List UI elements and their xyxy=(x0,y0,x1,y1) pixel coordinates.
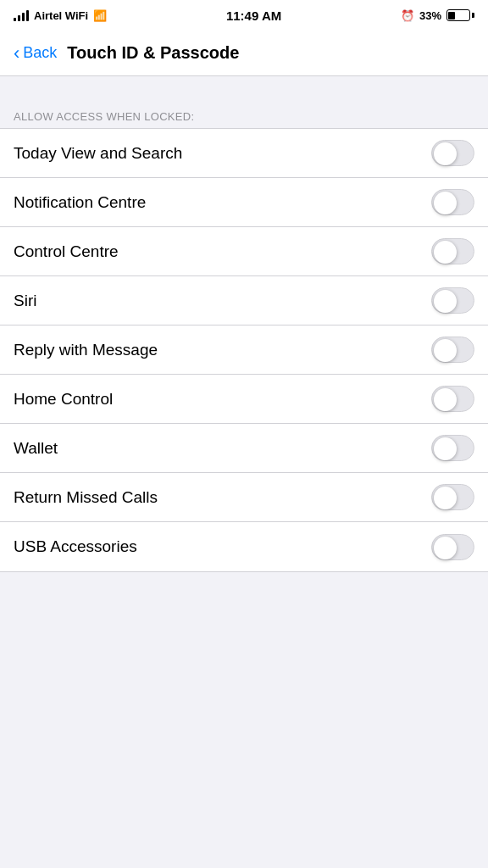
settings-list: Today View and SearchNotification Centre… xyxy=(0,128,488,572)
label-return-missed-calls: Return Missed Calls xyxy=(14,488,158,507)
page-title: Touch ID & Passcode xyxy=(67,43,239,63)
settings-row-return-missed-calls: Return Missed Calls xyxy=(0,473,488,522)
back-button[interactable]: ‹ Back xyxy=(14,44,57,63)
label-control-centre: Control Centre xyxy=(14,242,119,261)
toggle-return-missed-calls[interactable] xyxy=(431,484,474,510)
back-chevron-icon: ‹ xyxy=(14,44,19,63)
label-wallet: Wallet xyxy=(14,439,58,458)
wifi-icon: 📶 xyxy=(93,9,107,22)
signal-icon xyxy=(14,9,29,21)
toggle-home-control[interactable] xyxy=(431,386,474,412)
settings-row-reply-with-message: Reply with Message xyxy=(0,326,488,375)
toggle-today-view[interactable] xyxy=(431,140,474,166)
toggle-knob-notification-centre xyxy=(434,192,457,214)
toggle-knob-reply-with-message xyxy=(434,339,457,362)
settings-row-control-centre: Control Centre xyxy=(0,227,488,276)
toggle-knob-home-control xyxy=(434,388,457,411)
label-siri: Siri xyxy=(14,292,36,310)
label-home-control: Home Control xyxy=(14,390,113,409)
toggle-knob-today-view xyxy=(434,142,457,165)
settings-row-usb-accessories: USB Accessories xyxy=(0,522,488,571)
status-right: ⏰ 33% xyxy=(401,9,474,22)
status-bar: Airtel WiFi 📶 11:49 AM ⏰ 33% xyxy=(0,0,488,31)
toggle-knob-control-centre xyxy=(434,241,457,264)
nav-bar: ‹ Back Touch ID & Passcode xyxy=(0,31,488,76)
settings-row-siri: Siri xyxy=(0,276,488,326)
alarm-icon: ⏰ xyxy=(401,9,414,22)
toggle-knob-wallet xyxy=(434,437,457,460)
label-usb-accessories: USB Accessories xyxy=(14,537,137,556)
battery-percent-label: 33% xyxy=(419,9,441,22)
toggle-usb-accessories[interactable] xyxy=(431,534,474,560)
time-label: 11:49 AM xyxy=(226,8,281,23)
section-header: ALLOW ACCESS WHEN LOCKED: xyxy=(0,103,488,128)
toggle-wallet[interactable] xyxy=(431,435,474,461)
toggle-siri[interactable] xyxy=(431,287,474,314)
settings-row-notification-centre: Notification Centre xyxy=(0,178,488,227)
toggle-knob-siri xyxy=(434,290,457,313)
toggle-knob-usb-accessories xyxy=(434,537,457,559)
toggle-knob-return-missed-calls xyxy=(434,487,457,509)
toggle-control-centre[interactable] xyxy=(431,238,474,264)
carrier-label: Airtel WiFi xyxy=(34,9,88,22)
label-notification-centre: Notification Centre xyxy=(14,193,146,212)
back-label: Back xyxy=(23,44,57,62)
settings-row-wallet: Wallet xyxy=(0,424,488,473)
section-spacer xyxy=(0,76,488,103)
label-today-view: Today View and Search xyxy=(14,144,182,163)
settings-row-home-control: Home Control xyxy=(0,375,488,424)
toggle-reply-with-message[interactable] xyxy=(431,337,474,363)
status-left: Airtel WiFi 📶 xyxy=(14,9,107,22)
battery-icon xyxy=(446,9,474,21)
toggle-notification-centre[interactable] xyxy=(431,189,474,215)
settings-row-today-view: Today View and Search xyxy=(0,129,488,178)
label-reply-with-message: Reply with Message xyxy=(14,341,158,359)
